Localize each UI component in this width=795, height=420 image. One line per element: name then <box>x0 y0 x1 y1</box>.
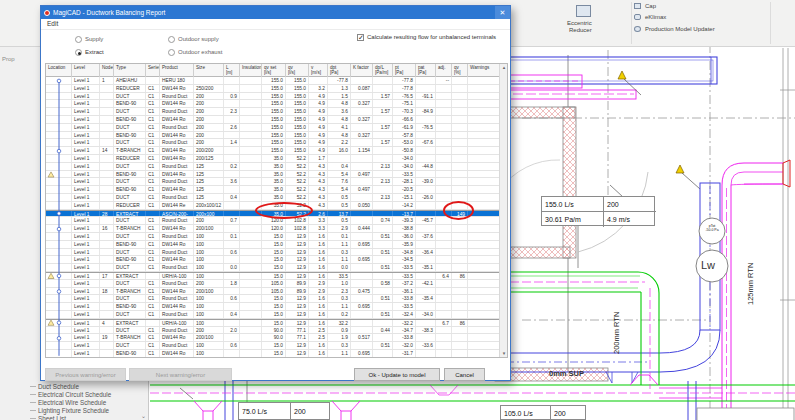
table-cell: 2.6 <box>224 124 240 131</box>
column-header[interactable]: Location <box>46 64 72 77</box>
radio-outdoor-supply[interactable] <box>168 36 175 43</box>
table-row[interactable]: Level 1BEND-90C1DW144 Ro200155.0155.04.9… <box>46 100 501 108</box>
table-row[interactable]: Level 1DUCTC1Round Duct1000.415.012.91.6… <box>46 311 501 319</box>
column-header[interactable]: Series <box>146 64 160 77</box>
table-row[interactable]: Level 1BEND-90C1DW144 Ro10015.012.91.61.… <box>46 303 501 311</box>
column-header[interactable]: Level <box>72 64 100 77</box>
table-row[interactable]: Level 119T-BRANCHC1DW144 Ro200/10090.077… <box>46 334 501 342</box>
table-row[interactable]: Level 11AHE/AHUHERU 180155.0155.0-77.8-7… <box>46 77 501 85</box>
table-row[interactable]: Level 1BEND-90C1DW144 Ro10015.012.91.61.… <box>46 241 501 249</box>
table-row[interactable]: Level 1DUCTC1Round Duct1250.435.052.24.3… <box>46 194 501 202</box>
table-row[interactable]: Level 1BEND-90C1DW144 Ro12535.052.24.35.… <box>46 171 501 179</box>
column-header[interactable]: qv set[l/s] <box>262 64 286 77</box>
table-row-selected[interactable]: Level 128EXTRACTASC/N-200-200x10035.052.… <box>46 210 501 218</box>
scroll-up-icon[interactable]: ▴ <box>500 64 508 70</box>
schedule-item[interactable]: Duct Schedule <box>30 383 79 391</box>
table-cell: 4.8 <box>328 100 351 107</box>
menu-edit[interactable]: Edit <box>47 20 58 27</box>
table-row[interactable]: Level 1DUCTC1Round Duct1250.235.052.24.3… <box>46 163 501 171</box>
column-header[interactable]: Insulation <box>240 64 262 77</box>
table-row[interactable]: Level 1REDUCERC1DW144 Re200x100/1235.052… <box>46 202 501 210</box>
column-header[interactable]: pt[Pa] <box>393 64 416 77</box>
table-cell <box>416 350 436 357</box>
table-row[interactable]: Level 1BEND-90C1DW144 Ro12535.052.24.35.… <box>46 186 501 194</box>
table-row[interactable]: Level 1DUCTC1Round Duct2002.3155.0155.04… <box>46 108 501 116</box>
column-header[interactable]: K factor <box>351 64 373 77</box>
table-row[interactable]: Level 1BEND-90C1DW144 Ro10015.012.91.61.… <box>46 256 501 264</box>
calc-flow-checkbox[interactable]: ✓ <box>357 34 364 41</box>
table-row[interactable]: Level 1DUCTC1Round Duct2000.9155.0155.04… <box>46 93 501 101</box>
table-cell <box>468 171 501 178</box>
column-header[interactable]: dp/L[Pa/m] <box>373 64 393 77</box>
table-row[interactable]: Level 1BEND-90C1DW144 Ro10015.012.91.61.… <box>46 350 501 358</box>
table-cell: DW144 Ro <box>160 288 194 295</box>
radio-outdoor-exhaust[interactable] <box>168 49 175 56</box>
column-header[interactable]: Type <box>114 64 146 77</box>
radio-extract[interactable] <box>75 49 82 56</box>
schedule-item[interactable]: Electrical Wire Schedule <box>30 399 106 407</box>
table-row[interactable]: Level 116T-BRANCHC1DW144 Ro200/100120.01… <box>46 225 501 233</box>
column-header[interactable]: Product <box>160 64 194 77</box>
table-row[interactable]: Level 1REDUCERC1DW144 Ro200/12535.052.21… <box>46 155 501 163</box>
table-cell <box>46 264 72 271</box>
table-row[interactable]: Level 14EXTRACTURH/A-10010015.012.91.632… <box>46 319 501 327</box>
column-header[interactable]: L[m] <box>224 64 240 77</box>
table-cell: -37.2 <box>393 280 416 287</box>
scroll-down-icon[interactable]: ▾ <box>500 350 508 356</box>
table-row[interactable]: Level 1DUCTC1Round Duct2002.090.077.12.5… <box>46 327 501 335</box>
table-cell <box>100 124 114 131</box>
table-row[interactable]: Level 1DUCTC1Round Duct2001.4155.0155.04… <box>46 139 501 147</box>
table-row[interactable]: Level 1DUCTC1Round Duct1000.615.012.91.6… <box>46 342 501 350</box>
table-cell: -38.3 <box>416 327 436 334</box>
table-row[interactable]: Level 1DUCTC1Round Duct1000.115.012.91.6… <box>46 233 501 241</box>
ok-update-button[interactable]: Ok - Update to model <box>354 368 440 381</box>
table-row[interactable]: Level 1REDUCERC1DW144 Ro250/200155.0155.… <box>46 85 501 93</box>
table-row[interactable]: Level 1DUCTC1Round Duct1000.615.012.91.6… <box>46 249 501 257</box>
column-header[interactable]: qv[l/s] <box>286 64 309 77</box>
radio-supply[interactable] <box>75 36 82 43</box>
column-header[interactable]: Size <box>194 64 224 77</box>
column-header[interactable]: adj. <box>436 64 452 77</box>
column-header[interactable]: dpt[Pa] <box>328 64 351 77</box>
table-cell <box>100 233 114 240</box>
column-header[interactable]: qv[%] <box>452 64 468 77</box>
cancel-button[interactable]: Cancel <box>444 368 485 381</box>
table-cell <box>224 303 240 310</box>
table-cell: BEND-90 <box>114 132 146 139</box>
table-row[interactable]: Level 114T-BRANCHC1DW144 Ro200/200155.01… <box>46 147 501 155</box>
table-cell: -57.8 <box>393 132 416 139</box>
table-row[interactable]: Level 1DUCTC1Round Duct2002.6155.0155.04… <box>46 124 501 132</box>
table-scrollbar[interactable]: ▴ ▾ <box>499 64 507 357</box>
column-header[interactable]: Node <box>100 64 114 77</box>
column-header[interactable]: v[m/s] <box>309 64 328 77</box>
table-cell: REDUCER <box>114 155 146 162</box>
table-cell: -53.0 <box>393 139 416 146</box>
table-cell <box>351 163 373 170</box>
table-row[interactable]: Level 117EXTRACTURH/A-10010015.012.91.63… <box>46 272 501 280</box>
close-icon[interactable]: ✕ <box>495 6 510 19</box>
table-row[interactable]: Level 1DUCTC1Round Duct2000.7120.0102.83… <box>46 217 501 225</box>
column-header[interactable]: Warnings <box>468 64 501 77</box>
table-cell: -31.7 <box>393 350 416 357</box>
dialog-titlebar[interactable]: MagiCAD - Ductwork Balancing Report ✕ <box>41 6 510 19</box>
table-cell: -84.9 <box>416 108 436 115</box>
table-row[interactable]: Level 1DUCTC1Round Duct1000.615.012.91.6… <box>46 295 501 303</box>
previous-warning-button[interactable]: Previous warning/error <box>45 368 126 381</box>
table-cell: 12.9 <box>286 303 309 310</box>
collapse-arrow-icon[interactable]: ⌄ <box>141 412 146 419</box>
table-row[interactable]: Level 1DUCTC1Round Duct1253.635.052.24.3… <box>46 178 501 186</box>
schedule-item[interactable]: Lighting Fixture Schedule <box>30 407 109 415</box>
table-row[interactable]: Level 118T-BRANCHC1DW144 Ro200/100105.08… <box>46 288 501 296</box>
table-row[interactable]: Level 1BEND-90C1DW144 Ro200155.0155.04.9… <box>46 116 501 124</box>
table-row[interactable]: Level 1BEND-90C1DW144 Ro200155.0155.04.9… <box>46 132 501 140</box>
next-warning-button[interactable]: Next warning/error <box>129 368 232 381</box>
schedule-item[interactable]: Sheet List <box>30 415 66 420</box>
table-cell <box>468 311 501 318</box>
table-row[interactable]: Level 1DUCTC1Round Duct2001.8105.089.92.… <box>46 280 501 288</box>
schedule-item[interactable]: Electrical Circuit Schedule <box>30 391 111 399</box>
dialog-title: MagiCAD - Ductwork Balancing Report <box>53 9 165 16</box>
table-cell: C1 <box>146 202 160 209</box>
table-row[interactable]: Level 1DUCTC1Round Duct1000.015.012.91.6… <box>46 264 501 272</box>
table-cell: 0.4 <box>224 194 240 201</box>
column-header[interactable]: pat[Pa] <box>416 64 436 77</box>
